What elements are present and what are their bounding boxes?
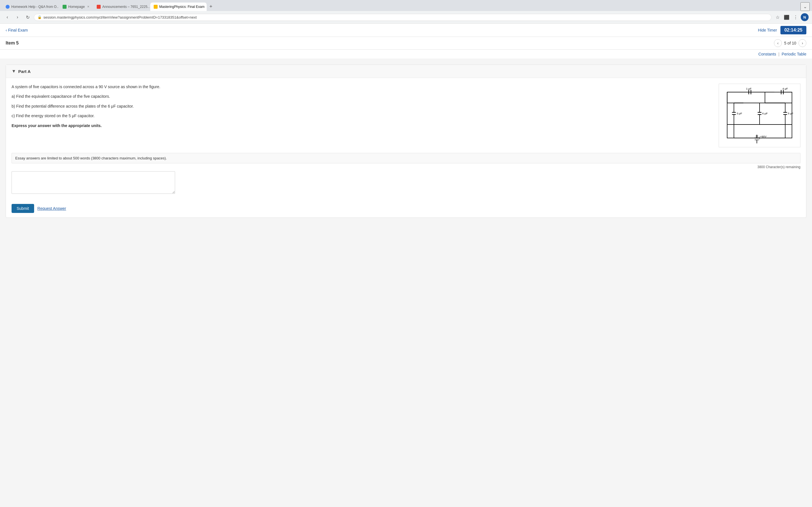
submit-button[interactable]: Submit bbox=[11, 204, 34, 213]
answer-textarea[interactable] bbox=[11, 171, 175, 194]
tab-mp[interactable]: MasteringPhysics: Final Exam ✕ bbox=[150, 3, 207, 11]
c5-label: 5 μF bbox=[788, 112, 794, 115]
part-a-header[interactable]: ▼ Part A bbox=[6, 65, 806, 78]
tab-hp-label: Homepage bbox=[68, 5, 85, 9]
problem-sub-a: a) Find the equivalent capacitance of th… bbox=[11, 93, 713, 100]
tab-hp-close[interactable]: ✕ bbox=[87, 5, 89, 8]
problem-sub-c: c) Find the energy stored on the 5 μF ca… bbox=[11, 113, 713, 119]
c3-label: 3 μF bbox=[737, 112, 742, 115]
char-remaining: 3800 Character(s) remaining bbox=[11, 165, 801, 169]
item-navigation: Item 5 ‹ 5 of 10 › bbox=[0, 37, 812, 50]
extensions-button[interactable]: ⬛ bbox=[783, 13, 791, 21]
c1-label: 1 μF bbox=[746, 87, 751, 90]
answer-section: Essay answers are limited to about 500 w… bbox=[6, 153, 806, 200]
part-a-label: Part A bbox=[18, 69, 31, 74]
back-arrow-icon: ‹ bbox=[6, 28, 7, 33]
back-link-label: Final Exam bbox=[8, 28, 28, 33]
tab-hw-favicon bbox=[6, 5, 10, 9]
part-a-section: ▼ Part A A system of five capacitors is … bbox=[6, 64, 806, 218]
part-a-text: A system of five capacitors is connected… bbox=[11, 83, 713, 147]
tab-hp-favicon bbox=[63, 5, 66, 9]
tab-mp-label: MasteringPhysics: Final Exam bbox=[159, 5, 205, 9]
resources-bar: Constants | Periodic Table bbox=[0, 50, 812, 59]
back-button[interactable]: ‹ bbox=[3, 13, 11, 21]
problem-intro: A system of five capacitors is connected… bbox=[11, 83, 713, 90]
header-right: Hide Timer 02:14:25 bbox=[758, 26, 806, 34]
main-content: ▼ Part A A system of five capacitors is … bbox=[0, 59, 812, 507]
constants-link[interactable]: Constants bbox=[758, 52, 776, 56]
action-buttons: Submit Request Answer bbox=[6, 200, 806, 217]
browser-menu-button[interactable]: ⋮ bbox=[792, 13, 800, 21]
bookmark-button[interactable]: ☆ bbox=[774, 13, 781, 21]
url-text: session.masteringphysics.com/myct/itemVi… bbox=[43, 15, 197, 19]
resources-separator: | bbox=[778, 52, 779, 56]
problem-sub-b: b) Find the potential difference across … bbox=[11, 103, 713, 109]
c4-label: 6 μF bbox=[762, 112, 768, 115]
tab-mp-favicon bbox=[154, 5, 158, 9]
request-answer-button[interactable]: Request Answer bbox=[38, 206, 66, 211]
hide-timer-button[interactable]: Hide Timer bbox=[758, 28, 777, 33]
tab-hp[interactable]: Homepage ✕ bbox=[59, 3, 93, 11]
url-bar[interactable]: 🔒 session.masteringphysics.com/myct/item… bbox=[34, 14, 771, 21]
tab-ann[interactable]: Announcements – 7651_2225... ✕ bbox=[93, 3, 150, 11]
tab-ann-label: Announcements – 7651_2225... bbox=[102, 5, 150, 9]
profile-button[interactable]: N bbox=[801, 13, 809, 21]
address-bar: ‹ › ↻ 🔒 session.masteringphysics.com/myc… bbox=[0, 11, 812, 23]
new-tab-button[interactable]: + bbox=[207, 3, 215, 11]
next-item-button[interactable]: › bbox=[799, 39, 806, 47]
previous-item-button[interactable]: ‹ bbox=[774, 39, 782, 47]
tab-overflow-button[interactable]: ⌄ bbox=[801, 2, 810, 11]
forward-button[interactable]: › bbox=[13, 13, 21, 21]
address-bar-actions: ☆ ⬛ ⋮ N bbox=[774, 13, 809, 21]
tab-hw[interactable]: Homework Help - Q&A from O... ✕ bbox=[2, 3, 59, 11]
app-header: ‹ Final Exam Hide Timer 02:14:25 bbox=[0, 24, 812, 37]
page-info: 5 of 10 bbox=[784, 41, 796, 45]
tab-hw-label: Homework Help - Q&A from O... bbox=[11, 5, 59, 9]
reload-button[interactable]: ↻ bbox=[24, 13, 32, 21]
browser-chrome: Homework Help - Q&A from O... ✕ Homepage… bbox=[0, 0, 812, 24]
item-pagination: ‹ 5 of 10 › bbox=[774, 39, 806, 47]
item-title: Item 5 bbox=[6, 41, 18, 46]
c2-label: 4 μF bbox=[782, 87, 788, 90]
lock-icon: 🔒 bbox=[38, 15, 42, 19]
tab-bar: Homework Help - Q&A from O... ✕ Homepage… bbox=[0, 0, 812, 11]
tab-ann-favicon bbox=[97, 5, 101, 9]
timer-display: 02:14:25 bbox=[780, 26, 806, 34]
essay-info: Essay answers are limited to about 500 w… bbox=[11, 153, 801, 163]
back-to-final-exam-link[interactable]: ‹ Final Exam bbox=[6, 28, 28, 33]
voltage-label: +90V bbox=[760, 135, 767, 138]
periodic-table-link[interactable]: Periodic Table bbox=[781, 52, 806, 56]
part-a-body: A system of five capacitors is connected… bbox=[6, 78, 806, 153]
part-toggle-icon: ▼ bbox=[11, 69, 16, 74]
circuit-diagram: 1 μF 4 μF bbox=[719, 83, 801, 147]
circuit-svg: 1 μF 4 μF bbox=[722, 87, 797, 144]
problem-instructions: Express your answer with the appropriate… bbox=[11, 122, 713, 129]
